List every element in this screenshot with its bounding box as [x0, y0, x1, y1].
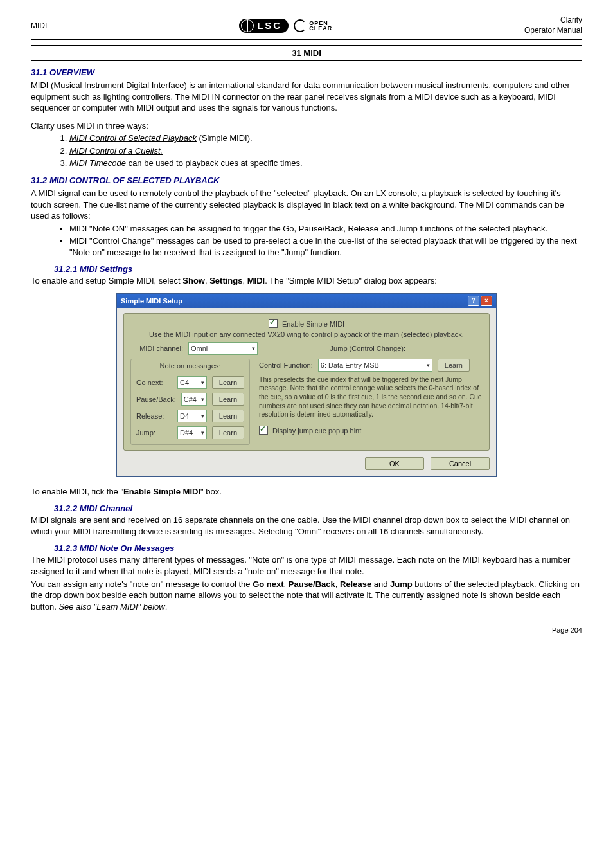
section-title: 31 MIDI — [31, 45, 582, 61]
control-function-label: Control Function: — [259, 361, 313, 369]
release-select[interactable]: D4▾ — [177, 410, 207, 422]
globe-icon — [241, 19, 254, 32]
overview-para1: MIDI (Musical Instrument Digital Interfa… — [31, 80, 582, 114]
control-function-value: 6: Data Entry MSB — [321, 361, 379, 369]
openclear-icon — [294, 19, 306, 32]
dialog-inner: Enable Simple MIDI Use the MIDI input on… — [123, 313, 490, 451]
ad-bold: Enable Simple MIDI — [123, 487, 200, 496]
ms-post: . The "Simple MIDI Setup" dialog box app… — [265, 276, 437, 285]
enable-simple-midi-label: Enable Simple MIDI — [282, 320, 344, 328]
link-simple-midi[interactable]: MIDI Control of Selected Playback — [69, 133, 197, 143]
jump-select[interactable]: D#4▾ — [177, 426, 207, 439]
chevron-down-icon: ▾ — [201, 429, 204, 436]
go-next-value: C4 — [180, 379, 189, 386]
midi-channel-value: Omni — [191, 345, 208, 352]
no-ital: See also "Learn MIDI" below — [58, 602, 164, 611]
li3-tail: can be used to playback cues at specific… — [126, 158, 303, 168]
ok-button[interactable]: OK — [365, 457, 424, 470]
no-p2-a: You can assign any note's "note on" mess… — [31, 579, 253, 589]
note-on-group: Note on messages: Go next:C4▾Learn Pause… — [130, 359, 250, 445]
pause-back-label: Pause/Back: — [136, 395, 176, 403]
display-hint-label: Display jump cue popup hint — [272, 427, 361, 435]
openclear-text: OPEN CLEAR — [309, 21, 332, 31]
go-next-learn-button[interactable]: Learn — [212, 376, 244, 389]
go-next-select[interactable]: C4▾ — [177, 376, 207, 389]
chevron-down-icon: ▾ — [201, 396, 204, 402]
simple-midi-dialog: Simple MIDI Setup ? × Enable Simple MIDI… — [116, 293, 497, 477]
chevron-down-icon: ▾ — [201, 379, 204, 386]
list-item: MIDI "Control Change" messages can be us… — [69, 235, 582, 258]
ad-post: " box. — [200, 487, 222, 496]
note-on-para1: The MIDI protocol uses many different ty… — [31, 554, 582, 577]
list-item: MIDI Control of a Cuelist. — [69, 145, 582, 157]
note-on-heading: Note on messages: — [136, 362, 244, 372]
heading-midi-settings: 31.2.1 MIDI Settings — [54, 264, 582, 274]
note-on-para2: You can assign any note's "note on" mess… — [31, 579, 582, 613]
no-c2: , — [335, 579, 340, 589]
page-number: Page 204 — [31, 626, 582, 634]
heading-overview: 31.1 OVERVIEW — [31, 68, 582, 77]
enable-midi-instruction: To enable MIDI, tick the "Enable Simple … — [31, 486, 582, 498]
no-dot: . — [165, 602, 168, 611]
cancel-button[interactable]: Cancel — [431, 457, 490, 470]
heading-midi-channel: 31.2.2 MIDI Channel — [54, 503, 582, 513]
sp-bullets: MIDI "Note ON" messages can be assigned … — [69, 223, 582, 258]
jump-group: Control Function: 6: Data Entry MSB ▾ Le… — [259, 359, 483, 435]
control-function-select[interactable]: 6: Data Entry MSB ▾ — [318, 359, 432, 372]
list-item: MIDI Control of Selected Playback (Simpl… — [69, 132, 582, 144]
overview-list: MIDI Control of Selected Playback (Simpl… — [69, 132, 582, 169]
link-timecode[interactable]: MIDI Timecode — [69, 158, 126, 168]
sp-para1: A MIDI signal can be used to remotely co… — [31, 188, 582, 222]
chevron-down-icon: ▾ — [427, 362, 430, 368]
release-learn-button[interactable]: Learn — [212, 410, 244, 422]
no-c1: , — [284, 579, 289, 589]
pause-back-learn-button[interactable]: Learn — [212, 393, 244, 406]
oc-line2: CLEAR — [309, 26, 332, 31]
jump-description: This preselects the cue index that will … — [259, 375, 483, 419]
jump-learn-button[interactable]: Learn — [212, 426, 244, 439]
jump-label: Jump: — [136, 429, 172, 437]
header-right-2: Operator Manual — [524, 26, 582, 36]
heading-note-on: 31.2.3 MIDI Note On Messages — [54, 543, 582, 553]
no-pause-back: Pause/Back — [289, 579, 335, 589]
ad-pre: To enable MIDI, tick the " — [31, 487, 123, 496]
header-right: Clarity Operator Manual — [524, 15, 582, 35]
lsc-text: LSC — [257, 20, 282, 31]
pause-back-select[interactable]: C#4▾ — [181, 393, 207, 406]
help-button[interactable]: ? — [468, 296, 479, 306]
openclear-logo: OPEN CLEAR — [294, 19, 332, 32]
header-left: MIDI — [31, 21, 47, 30]
jump-value: D#4 — [180, 429, 193, 437]
display-hint-checkbox[interactable] — [259, 426, 268, 435]
chevron-down-icon: ▾ — [252, 345, 255, 352]
no-go-next: Go next — [253, 579, 283, 589]
ms-show: Show — [182, 276, 205, 285]
release-value: D4 — [180, 412, 189, 420]
pause-back-value: C#4 — [184, 395, 197, 403]
no-and: and — [371, 579, 390, 589]
midi-settings-para: To enable and setup Simple MIDI, select … — [31, 275, 582, 287]
header-right-1: Clarity — [524, 15, 582, 26]
link-cuelist[interactable]: MIDI Control of a Cuelist. — [69, 146, 163, 156]
dialog-titlebar[interactable]: Simple MIDI Setup ? × — [117, 294, 496, 308]
close-button[interactable]: × — [481, 296, 492, 306]
midi-channel-select[interactable]: Omni ▾ — [188, 342, 258, 355]
midi-channel-label: MIDI channel: — [130, 345, 183, 352]
dialog-hint: Use the MIDI input on any connected VX20… — [130, 330, 483, 338]
ms-settings: Settings — [209, 276, 242, 285]
li1-tail: (Simple MIDI). — [197, 133, 253, 143]
jump-heading: Jump (Control Change): — [330, 345, 405, 352]
ms-pre: To enable and setup Simple MIDI, select — [31, 276, 182, 285]
list-item: MIDI Timecode can be used to playback cu… — [69, 158, 582, 169]
control-function-learn-button[interactable]: Learn — [438, 359, 470, 372]
enable-simple-midi-checkbox[interactable] — [269, 319, 278, 328]
ms-c2: , — [243, 276, 247, 285]
dialog-title-text: Simple MIDI Setup — [121, 297, 182, 305]
header-rule — [31, 39, 582, 40]
no-jump: Jump — [390, 579, 413, 589]
logo-area: LSC OPEN CLEAR — [239, 19, 332, 33]
release-label: Release: — [136, 412, 172, 420]
heading-selected-playback: 31.2 MIDI CONTROL OF SELECTED PLAYBACK — [31, 176, 582, 185]
list-item: MIDI "Note ON" messages can be assigned … — [69, 223, 582, 235]
chevron-down-icon: ▾ — [201, 413, 204, 419]
